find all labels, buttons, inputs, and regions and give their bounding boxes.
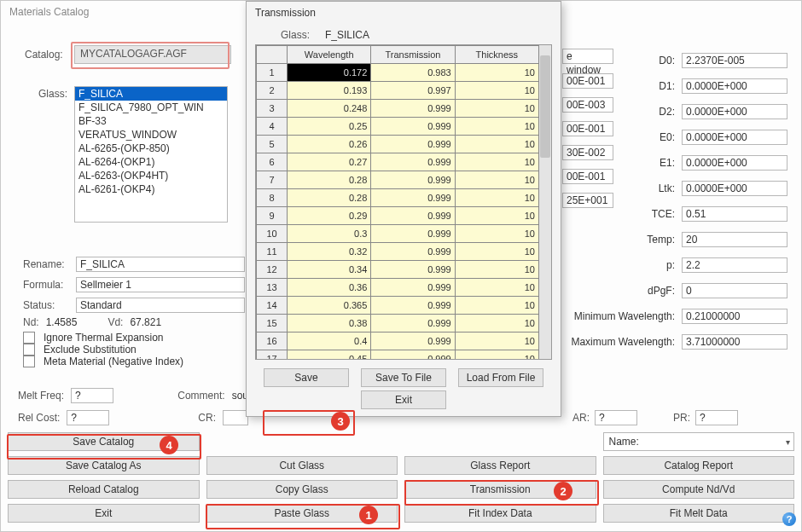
cell-wavelength[interactable]: 0.365 xyxy=(288,297,371,315)
pr-field[interactable]: ? xyxy=(695,410,738,425)
cell-transmission[interactable]: 0.999 xyxy=(371,153,455,171)
cell-wavelength[interactable]: 0.32 xyxy=(288,243,371,261)
copy-glass-button[interactable]: Copy Glass xyxy=(206,480,398,499)
chk-meta[interactable] xyxy=(23,356,35,367)
cell-transmission[interactable]: 0.999 xyxy=(371,332,455,350)
cell-thickness[interactable]: 10 xyxy=(455,189,538,207)
dpgf-field[interactable]: 0 xyxy=(682,283,787,298)
cell-transmission[interactable]: 0.999 xyxy=(371,118,455,136)
rename-field[interactable]: F_SILICA xyxy=(76,257,245,272)
cell-thickness[interactable]: 10 xyxy=(455,136,538,153)
maxwl-field[interactable]: 3.71000000 xyxy=(682,334,787,350)
dialog-save-file-button[interactable]: Save To File xyxy=(361,368,446,387)
minwl-field[interactable]: 0.21000000 xyxy=(682,309,787,324)
p-field[interactable]: 2.2 xyxy=(682,257,787,273)
dialog-load-file-button[interactable]: Load From File xyxy=(458,368,543,387)
cell-transmission[interactable]: 0.999 xyxy=(371,279,455,297)
melt-field[interactable]: ? xyxy=(71,388,113,403)
fit-index-button[interactable]: Fit Index Data xyxy=(404,504,596,523)
cell-wavelength[interactable]: 0.38 xyxy=(288,315,371,332)
glass-item-7[interactable]: AL-6261-(OKP4) xyxy=(75,182,227,196)
glass-report-button[interactable]: Glass Report xyxy=(404,456,596,475)
cell-wavelength[interactable]: 0.172 xyxy=(288,64,371,82)
dialog-save-button[interactable]: Save xyxy=(264,368,349,387)
tce-field[interactable]: 0.51 xyxy=(682,206,787,222)
cell-thickness[interactable]: 10 xyxy=(455,171,538,189)
temp-field[interactable]: 20 xyxy=(682,232,787,247)
fit-melt-button[interactable]: Fit Melt Data xyxy=(603,504,795,523)
cut-glass-button[interactable]: Cut Glass xyxy=(206,456,398,475)
cell-thickness[interactable]: 10 xyxy=(455,153,538,171)
cell-transmission[interactable]: 0.983 xyxy=(371,64,455,82)
compute-ndvd-button[interactable]: Compute Nd/Vd xyxy=(603,480,795,499)
cell-transmission[interactable]: 0.999 xyxy=(371,225,455,243)
cell-transmission[interactable]: 0.999 xyxy=(371,207,455,225)
exit-button[interactable]: Exit xyxy=(8,504,200,523)
relcost-field[interactable]: ? xyxy=(67,410,109,425)
glass-list[interactable]: F_SILICA F_SILICA_7980_OPT_WIN BF-33 VER… xyxy=(74,86,228,223)
glass-item-6[interactable]: AL-6263-(OKP4HT) xyxy=(75,169,227,182)
cell-wavelength[interactable]: 0.28 xyxy=(288,189,371,207)
cell-thickness[interactable]: 10 xyxy=(455,261,538,279)
cell-transmission[interactable]: 0.999 xyxy=(371,297,455,315)
table-scrollbar[interactable] xyxy=(539,45,551,359)
ar-field[interactable]: ? xyxy=(595,410,637,425)
cell-thickness[interactable]: 10 xyxy=(455,100,538,118)
cell-wavelength[interactable]: 0.26 xyxy=(288,136,371,153)
glass-item-3[interactable]: VERATUS_WINDOW xyxy=(75,128,227,142)
cell-wavelength[interactable]: 0.45 xyxy=(288,350,371,360)
cell-transmission[interactable]: 0.999 xyxy=(371,171,455,189)
glass-item-0[interactable]: F_SILICA xyxy=(75,87,227,101)
help-icon[interactable]: ? xyxy=(782,512,796,526)
cell-thickness[interactable]: 10 xyxy=(455,297,538,315)
cell-wavelength[interactable]: 0.3 xyxy=(288,225,371,243)
cell-thickness[interactable]: 10 xyxy=(455,332,538,350)
catalog-file-box[interactable]: MYCATALOGAGF.AGF xyxy=(74,45,231,64)
cell-thickness[interactable]: 10 xyxy=(455,207,538,225)
cell-transmission[interactable]: 0.997 xyxy=(371,82,455,100)
e1-field[interactable]: 0.0000E+000 xyxy=(682,155,787,171)
glass-item-1[interactable]: F_SILICA_7980_OPT_WIN xyxy=(75,101,227,114)
cell-wavelength[interactable]: 0.193 xyxy=(288,82,371,100)
reload-catalog-button[interactable]: Reload Catalog xyxy=(8,480,200,499)
cell-thickness[interactable]: 10 xyxy=(455,279,538,297)
d1-field[interactable]: 0.0000E+000 xyxy=(682,78,787,94)
cell-wavelength[interactable]: 0.34 xyxy=(288,261,371,279)
cell-thickness[interactable]: 10 xyxy=(455,82,538,100)
cell-transmission[interactable]: 0.999 xyxy=(371,100,455,118)
catalog-report-button[interactable]: Catalog Report xyxy=(603,456,795,475)
cell-transmission[interactable]: 0.999 xyxy=(371,136,455,153)
cell-wavelength[interactable]: 0.4 xyxy=(288,332,371,350)
cell-thickness[interactable]: 10 xyxy=(455,64,538,82)
cell-transmission[interactable]: 0.999 xyxy=(371,350,455,360)
cell-thickness[interactable]: 10 xyxy=(455,243,538,261)
cell-wavelength[interactable]: 0.25 xyxy=(288,118,371,136)
ltk-field[interactable]: 0.0000E+000 xyxy=(682,181,787,196)
transmission-button[interactable]: Transmission xyxy=(404,480,596,499)
cell-transmission[interactable]: 0.999 xyxy=(371,261,455,279)
cell-wavelength[interactable]: 0.28 xyxy=(288,171,371,189)
status-field[interactable]: Standard xyxy=(76,298,245,313)
formula-field[interactable]: Sellmeier 1 xyxy=(76,277,245,292)
chk-thermal[interactable] xyxy=(23,332,35,344)
d0-field[interactable]: 2.2370E-005 xyxy=(682,53,787,68)
cr-field[interactable] xyxy=(223,410,248,425)
glass-item-4[interactable]: AL-6265-(OKP-850) xyxy=(75,142,227,155)
dialog-exit-button[interactable]: Exit xyxy=(361,390,446,409)
cell-wavelength[interactable]: 0.29 xyxy=(288,207,371,225)
cell-thickness[interactable]: 10 xyxy=(455,350,538,360)
cell-wavelength[interactable]: 0.36 xyxy=(288,279,371,297)
cell-wavelength[interactable]: 0.27 xyxy=(288,153,371,171)
glass-item-5[interactable]: AL-6264-(OKP1) xyxy=(75,155,227,169)
transmission-table[interactable]: Wavelength Transmission Thickness 10.172… xyxy=(256,45,539,359)
cell-thickness[interactable]: 10 xyxy=(455,225,538,243)
name-select[interactable]: Name: ▾ xyxy=(603,432,795,451)
cell-wavelength[interactable]: 0.248 xyxy=(288,100,371,118)
save-catalog-as-button[interactable]: Save Catalog As xyxy=(8,456,200,475)
paste-glass-button[interactable]: Paste Glass xyxy=(206,504,398,523)
cell-thickness[interactable]: 10 xyxy=(455,118,538,136)
cell-transmission[interactable]: 0.999 xyxy=(371,189,455,207)
glass-item-2[interactable]: BF-33 xyxy=(75,114,227,128)
chk-exclude[interactable] xyxy=(23,344,35,356)
save-catalog-button[interactable]: Save Catalog xyxy=(8,432,200,451)
